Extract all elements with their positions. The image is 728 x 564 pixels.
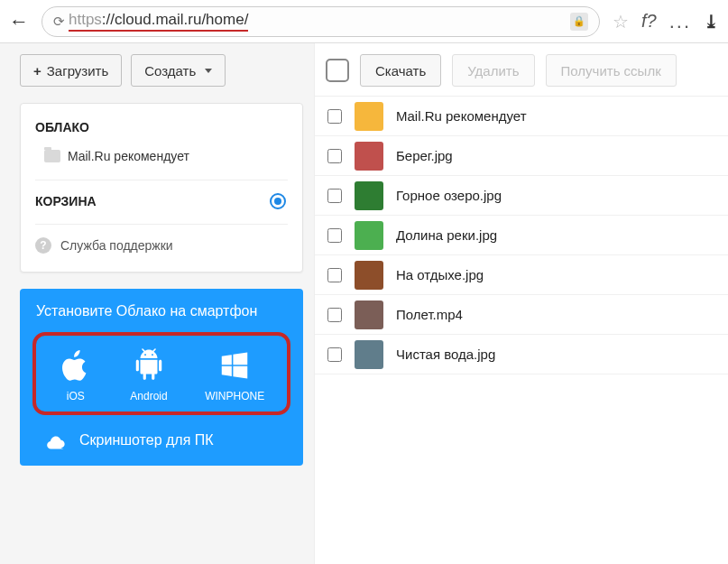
radio-selected-icon[interactable] <box>270 193 286 209</box>
file-row[interactable]: На отдыхе.jpg <box>315 255 728 295</box>
font-question-button[interactable]: f? <box>641 11 657 32</box>
select-all-checkbox[interactable] <box>326 59 349 82</box>
url-text: https://cloud.mail.ru/home/ <box>69 11 248 32</box>
file-thumbnail <box>355 142 383 171</box>
file-name: Долина реки.jpg <box>396 227 497 243</box>
screenshoter-label: Скриншотер для ПК <box>79 432 214 448</box>
browser-toolbar: ← ⟳ https://cloud.mail.ru/home/ 🔒 ☆ f? .… <box>0 0 728 43</box>
file-row[interactable]: Долина реки.jpg <box>315 216 728 255</box>
file-checkbox[interactable] <box>327 149 342 163</box>
chevron-down-icon <box>205 69 212 73</box>
file-name: Полет.mp4 <box>396 307 463 322</box>
sidebar-trash[interactable]: КОРЗИНА <box>35 180 288 224</box>
help-icon: ? <box>35 237 51 254</box>
file-name: Mail.Ru рекомендует <box>396 108 527 124</box>
promo-title: Установите Облако на смартфон <box>32 303 290 332</box>
more-menu-icon[interactable]: ... <box>669 10 691 33</box>
apple-icon <box>59 348 93 383</box>
platform-winphone[interactable]: WINPHONE <box>205 348 264 402</box>
windows-icon <box>217 348 252 383</box>
create-button[interactable]: Создать <box>131 54 226 87</box>
trash-section-title: КОРЗИНА <box>35 194 97 208</box>
file-thumbnail <box>355 102 383 131</box>
platform-ios-label: iOS <box>67 390 85 402</box>
screenshoter-link[interactable]: Скриншотер для ПК <box>32 415 290 449</box>
support-link[interactable]: ? Служба поддержки <box>35 224 288 266</box>
get-link-button[interactable]: Получить ссылк <box>546 54 677 87</box>
download-button[interactable]: Скачать <box>360 54 441 87</box>
file-checkbox[interactable] <box>327 109 342 124</box>
file-name: Берег.jpg <box>396 148 453 163</box>
delete-button[interactable]: Удалить <box>452 54 534 87</box>
file-name: Чистая вода.jpg <box>396 347 495 362</box>
folder-icon <box>44 150 60 162</box>
file-toolbar: Скачать Удалить Получить ссылк <box>315 54 728 96</box>
file-checkbox[interactable] <box>327 189 342 203</box>
support-label: Служба поддержки <box>60 238 173 253</box>
file-thumbnail <box>355 221 383 250</box>
file-thumbnail <box>355 300 383 329</box>
file-name: Горное озеро.jpg <box>396 188 502 203</box>
platform-buttons-group: iOS Android WINPHONE <box>32 332 290 415</box>
file-thumbnail <box>355 181 383 210</box>
folder-label: Mail.Ru рекомендует <box>68 149 189 163</box>
file-checkbox[interactable] <box>327 268 342 282</box>
file-checkbox[interactable] <box>327 347 342 362</box>
downloads-icon[interactable]: ⤓ <box>704 11 719 32</box>
bookmark-star-icon[interactable]: ☆ <box>613 11 629 32</box>
cloud-sync-icon <box>45 431 69 449</box>
file-row[interactable]: Берег.jpg <box>315 136 728 176</box>
lock-icon: 🔒 <box>570 13 588 31</box>
file-row[interactable]: Чистая вода.jpg <box>315 335 728 374</box>
sidebar-navigation: ОБЛАКО Mail.Ru рекомендует КОРЗИНА ? Слу… <box>20 103 303 273</box>
android-icon <box>132 348 166 383</box>
sidebar-folder-recommend[interactable]: Mail.Ru рекомендует <box>35 145 288 180</box>
file-name: На отдыхе.jpg <box>396 267 484 282</box>
address-bar[interactable]: ⟳ https://cloud.mail.ru/home/ 🔒 <box>41 6 600 37</box>
file-list: Mail.Ru рекомендуетБерег.jpgГорное озеро… <box>315 96 728 374</box>
install-app-promo: Установите Облако на смартфон iOS Androi… <box>20 289 303 466</box>
plus-icon: + <box>33 63 41 79</box>
file-row[interactable]: Горное озеро.jpg <box>315 176 728 216</box>
create-label: Создать <box>144 63 196 79</box>
upload-label: Загрузить <box>47 63 109 79</box>
platform-android[interactable]: Android <box>130 348 167 402</box>
upload-button[interactable]: + Загрузить <box>20 54 122 87</box>
platform-android-label: Android <box>130 390 167 402</box>
platform-ios[interactable]: iOS <box>59 348 93 402</box>
file-thumbnail <box>355 340 383 369</box>
file-row[interactable]: Mail.Ru рекомендует <box>315 97 728 136</box>
file-checkbox[interactable] <box>327 308 342 322</box>
cloud-section-title: ОБЛАКО <box>35 120 288 134</box>
file-row[interactable]: Полет.mp4 <box>315 295 728 335</box>
platform-winphone-label: WINPHONE <box>205 390 264 402</box>
reload-icon[interactable]: ⟳ <box>53 14 65 30</box>
back-button[interactable]: ← <box>9 10 29 33</box>
file-thumbnail <box>355 261 383 290</box>
file-checkbox[interactable] <box>327 228 342 243</box>
